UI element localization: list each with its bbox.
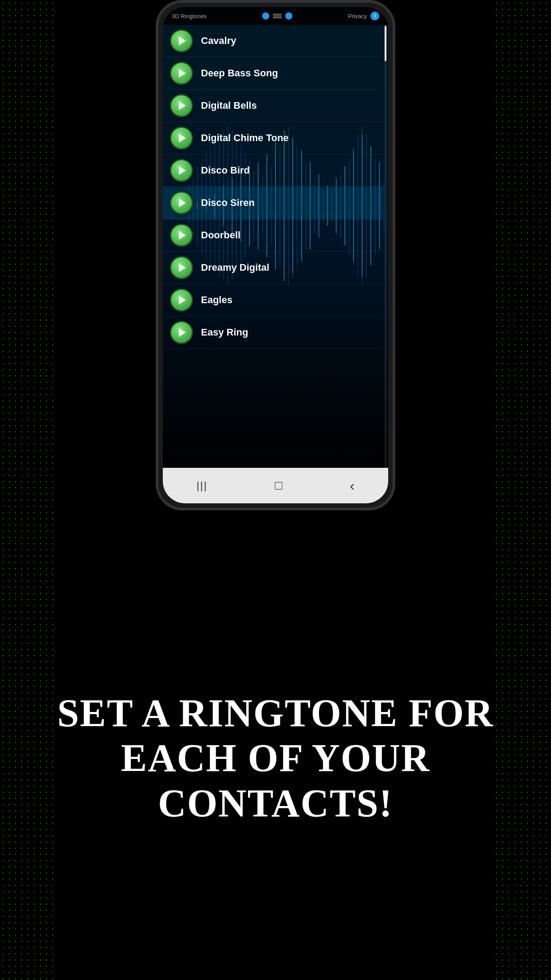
ringtone-list: CavalryDeep Bass SongDigital BellsDigita… xyxy=(163,25,383,468)
play-button[interactable] xyxy=(170,288,193,312)
play-button[interactable] xyxy=(170,159,193,182)
list-item[interactable]: Cavalry xyxy=(163,25,383,57)
menu-nav-icon[interactable]: ||| xyxy=(197,479,208,492)
promo-text: Set a ringtone for each of your contacts… xyxy=(0,691,551,826)
play-icon xyxy=(179,101,186,110)
list-item[interactable]: Digital Bells xyxy=(163,90,383,122)
list-item[interactable]: Disco Bird xyxy=(163,154,383,187)
list-item[interactable]: Eagles xyxy=(163,284,383,316)
topbar-right: Privacy i xyxy=(348,12,379,20)
play-button[interactable] xyxy=(170,94,193,117)
ringtone-name-label: Deep Bass Song xyxy=(201,67,278,79)
topbar-center xyxy=(262,12,292,20)
play-button[interactable] xyxy=(170,256,193,279)
list-item[interactable]: Digital Chime Tone xyxy=(163,122,383,154)
phone-frame: 3D Ringtones Privacy i CavalryDeep Bass … xyxy=(156,0,395,510)
play-button[interactable] xyxy=(170,224,193,247)
topbar-line-3 xyxy=(273,17,282,18)
play-button[interactable] xyxy=(170,321,193,344)
list-item[interactable]: Dreamy Digital xyxy=(163,252,383,284)
back-nav-icon[interactable]: ‹ xyxy=(350,478,354,494)
ringtone-name-label: Dreamy Digital xyxy=(201,262,269,273)
play-icon xyxy=(179,166,186,175)
play-icon xyxy=(179,263,186,272)
ringtone-name-label: Disco Siren xyxy=(201,197,255,209)
topbar-line-1 xyxy=(273,14,282,15)
scrollbar[interactable] xyxy=(383,25,388,468)
info-icon[interactable]: i xyxy=(370,12,379,20)
ringtone-name-label: Easy Ring xyxy=(201,327,248,338)
scrollbar-thumb xyxy=(385,26,386,61)
navigation-bar: ||| □ ‹ xyxy=(163,468,388,503)
play-icon xyxy=(179,328,186,337)
home-nav-icon[interactable]: □ xyxy=(275,478,283,493)
ringtone-name-label: Cavalry xyxy=(201,35,236,47)
list-item[interactable]: Disco Siren xyxy=(163,187,383,219)
play-icon xyxy=(179,198,186,207)
play-icon xyxy=(179,296,186,304)
play-button[interactable] xyxy=(170,191,193,214)
play-button[interactable] xyxy=(170,62,193,85)
privacy-label: Privacy xyxy=(348,13,367,20)
ringtone-name-label: Digital Bells xyxy=(201,100,257,111)
play-button[interactable] xyxy=(170,126,193,150)
play-icon xyxy=(179,231,186,240)
list-item[interactable]: Easy Ring xyxy=(163,316,383,349)
app-title-label: 3D Ringtones xyxy=(172,13,207,20)
list-item[interactable]: Doorbell xyxy=(163,219,383,252)
topbar-lines xyxy=(273,14,282,18)
ringtone-name-label: Doorbell xyxy=(201,229,240,241)
list-item[interactable]: Deep Bass Song xyxy=(163,57,383,90)
ringtone-name-label: Digital Chime Tone xyxy=(201,132,289,144)
play-icon xyxy=(179,134,186,142)
play-icon xyxy=(179,69,186,78)
promo-section: Set a ringtone for each of your contacts… xyxy=(0,536,551,980)
topbar-line-2 xyxy=(273,16,282,16)
ringtone-name-label: Disco Bird xyxy=(201,165,250,176)
play-icon xyxy=(179,36,186,45)
phone-topbar: 3D Ringtones Privacy i xyxy=(163,7,388,25)
play-button[interactable] xyxy=(170,29,193,52)
topbar-dot-2 xyxy=(285,12,292,20)
scrollbar-track xyxy=(385,26,386,469)
ringtone-name-label: Eagles xyxy=(201,294,232,306)
topbar-dot xyxy=(262,12,269,20)
phone-screen: 3D Ringtones Privacy i CavalryDeep Bass … xyxy=(163,7,388,503)
